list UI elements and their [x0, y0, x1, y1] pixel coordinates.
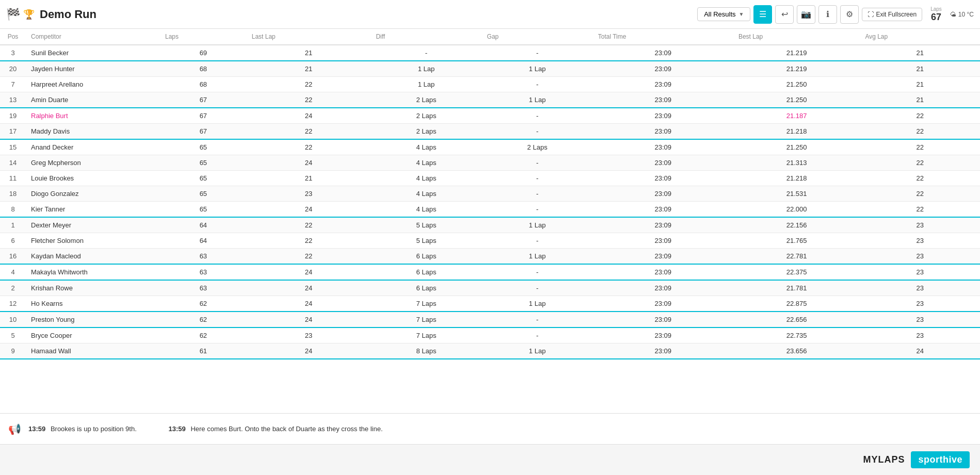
- header: 🏁 🏆 Demo Run All Results ▼ ☰ ↩ 📷 ℹ ⚙ ⛶ E…: [0, 0, 980, 29]
- competitor-name: Kaydan Macleod: [31, 252, 81, 260]
- table-row[interactable]: 1 Dexter Meyer 64 22 5 Laps 1 Lap 23:09 …: [0, 217, 980, 233]
- best-lap-value: 21.765: [786, 237, 807, 244]
- gap-cell: -: [482, 77, 593, 92]
- gap-cell: -: [482, 155, 593, 171]
- competitor-name: Louie Brookes: [31, 174, 74, 182]
- diff-cell: 8 Laps: [371, 343, 481, 359]
- table-row[interactable]: 20 Jayden Hunter 68 21 1 Lap 1 Lap 23:09…: [0, 61, 980, 77]
- table-row[interactable]: 19 Ralphie Burt 67 24 2 Laps - 23:09 21.…: [0, 108, 980, 124]
- competitor-cell: Fletcher Solomon: [26, 233, 160, 249]
- diff-cell: 6 Laps: [371, 264, 481, 280]
- exit-fullscreen-button[interactable]: ⛶ Exit Fullscreen: [862, 8, 922, 21]
- best-lap-value: 22.000: [786, 205, 807, 213]
- commentary-text: 13:59 Brookes is up to position 9th. 13:…: [28, 425, 972, 433]
- table-row[interactable]: 5 Bryce Cooper 62 23 7 Laps - 23:09 22.7…: [0, 327, 980, 343]
- best-lap-cell: 22.375: [733, 264, 860, 280]
- col-gap: Gap: [482, 29, 593, 45]
- avg-lap-cell: 22: [860, 155, 980, 171]
- avg-lap-cell: 23: [860, 312, 980, 327]
- table-body: 3 Sunil Becker 69 21 - - 23:09 21.219 21…: [0, 45, 980, 359]
- gap-cell: -: [482, 327, 593, 343]
- last-lap-cell: 22: [247, 124, 371, 140]
- table-row[interactable]: 15 Anand Decker 65 22 4 Laps 2 Laps 23:0…: [0, 139, 980, 155]
- gap-cell: -: [482, 124, 593, 140]
- pos-cell: 1: [0, 217, 26, 233]
- best-lap-value: 22.156: [786, 221, 807, 229]
- last-lap-cell: 24: [247, 264, 371, 280]
- laps-cell: 65: [160, 202, 247, 218]
- pos-cell: 2: [0, 280, 26, 296]
- best-lap-cell: 21.218: [733, 124, 860, 140]
- total-time-cell: 23:09: [593, 296, 733, 312]
- results-table: Pos Competitor Laps Last Lap Diff Gap To…: [0, 29, 980, 359]
- table-row[interactable]: 11 Louie Brookes 65 21 4 Laps - 23:09 21…: [0, 171, 980, 186]
- header-controls: All Results ▼ ☰ ↩ 📷 ℹ ⚙ ⛶ Exit Fullscree…: [697, 5, 974, 24]
- pos-cell: 12: [0, 296, 26, 312]
- table-row[interactable]: 18 Diogo Gonzalez 65 23 4 Laps - 23:09 2…: [0, 186, 980, 202]
- last-lap-cell: 22: [247, 233, 371, 249]
- table-row[interactable]: 14 Greg Mcpherson 65 24 4 Laps - 23:09 2…: [0, 155, 980, 171]
- info-button[interactable]: ℹ: [818, 5, 837, 24]
- pos-cell: 3: [0, 45, 26, 61]
- exit-fullscreen-label: Exit Fullscreen: [876, 11, 917, 18]
- table-row[interactable]: 6 Fletcher Solomon 64 22 5 Laps - 23:09 …: [0, 233, 980, 249]
- best-lap-value: 21.250: [786, 96, 807, 104]
- avg-lap-cell: 23: [860, 233, 980, 249]
- best-lap-cell: 21.313: [733, 155, 860, 171]
- table-row[interactable]: 9 Hamaad Wall 61 24 8 Laps 1 Lap 23:09 2…: [0, 343, 980, 359]
- table-row[interactable]: 10 Preston Young 62 24 7 Laps - 23:09 22…: [0, 312, 980, 327]
- total-time-cell: 23:09: [593, 186, 733, 202]
- list-view-button[interactable]: ☰: [753, 5, 772, 24]
- best-lap-value: 23.656: [786, 347, 807, 355]
- gap-cell: -: [482, 202, 593, 218]
- gap-cell: -: [482, 264, 593, 280]
- table-row[interactable]: 16 Kaydan Macleod 63 22 6 Laps 1 Lap 23:…: [0, 249, 980, 265]
- best-lap-value: 21.219: [786, 49, 807, 57]
- table-row[interactable]: 12 Ho Kearns 62 24 7 Laps 1 Lap 23:09 22…: [0, 296, 980, 312]
- pos-cell: 11: [0, 171, 26, 186]
- table-row[interactable]: 2 Krishan Rowe 63 24 6 Laps - 23:09 21.7…: [0, 280, 980, 296]
- settings-button[interactable]: ⚙: [840, 5, 859, 24]
- avg-lap-cell: 21: [860, 45, 980, 61]
- competitor-name: Ralphie Burt: [31, 112, 68, 120]
- avg-lap-cell: 22: [860, 139, 980, 155]
- diff-cell: 2 Laps: [371, 124, 481, 140]
- avg-lap-cell: 22: [860, 124, 980, 140]
- camera-button[interactable]: 📷: [797, 5, 815, 24]
- pos-cell: 20: [0, 61, 26, 77]
- table-row[interactable]: 4 Makayla Whitworth 63 24 6 Laps - 23:09…: [0, 264, 980, 280]
- competitor-name: Greg Mcpherson: [31, 159, 81, 167]
- last-lap-cell: 24: [247, 155, 371, 171]
- last-lap-cell: 22: [247, 249, 371, 265]
- competitor-cell: Makayla Whitworth: [26, 264, 160, 280]
- laps-cell: 68: [160, 61, 247, 77]
- table-row[interactable]: 8 Kier Tanner 65 24 4 Laps - 23:09 22.00…: [0, 202, 980, 218]
- col-avg-lap: Avg Lap: [860, 29, 980, 45]
- diff-cell: 7 Laps: [371, 327, 481, 343]
- laps-cell: 63: [160, 264, 247, 280]
- diff-cell: 5 Laps: [371, 233, 481, 249]
- competitor-name: Sunil Becker: [31, 49, 69, 57]
- speaker-icon: 📢: [8, 423, 21, 435]
- lap-chart-button[interactable]: ↩: [775, 5, 794, 24]
- trophy-icon: 🏆: [23, 9, 35, 20]
- diff-cell: 6 Laps: [371, 280, 481, 296]
- best-lap-value: 21.218: [786, 127, 807, 135]
- all-results-dropdown[interactable]: All Results ▼: [697, 7, 750, 21]
- col-diff: Diff: [371, 29, 481, 45]
- table-row[interactable]: 13 Amin Duarte 67 22 2 Laps 1 Lap 23:09 …: [0, 92, 980, 108]
- competitor-cell: Dexter Meyer: [26, 217, 160, 233]
- total-time-cell: 23:09: [593, 327, 733, 343]
- table-row[interactable]: 3 Sunil Becker 69 21 - - 23:09 21.219 21: [0, 45, 980, 61]
- total-time-cell: 23:09: [593, 139, 733, 155]
- avg-lap-cell: 21: [860, 77, 980, 92]
- avg-lap-cell: 23: [860, 249, 980, 265]
- competitor-name: Maddy Davis: [31, 127, 70, 135]
- page-title: Demo Run: [40, 8, 97, 21]
- competitor-name: Bryce Cooper: [31, 332, 72, 339]
- best-lap-value: 22.375: [786, 268, 807, 276]
- table-row[interactable]: 17 Maddy Davis 67 22 2 Laps - 23:09 21.2…: [0, 124, 980, 140]
- pos-cell: 15: [0, 139, 26, 155]
- table-row[interactable]: 7 Harpreet Arellano 68 22 1 Lap - 23:09 …: [0, 77, 980, 92]
- col-total-time: Total Time: [593, 29, 733, 45]
